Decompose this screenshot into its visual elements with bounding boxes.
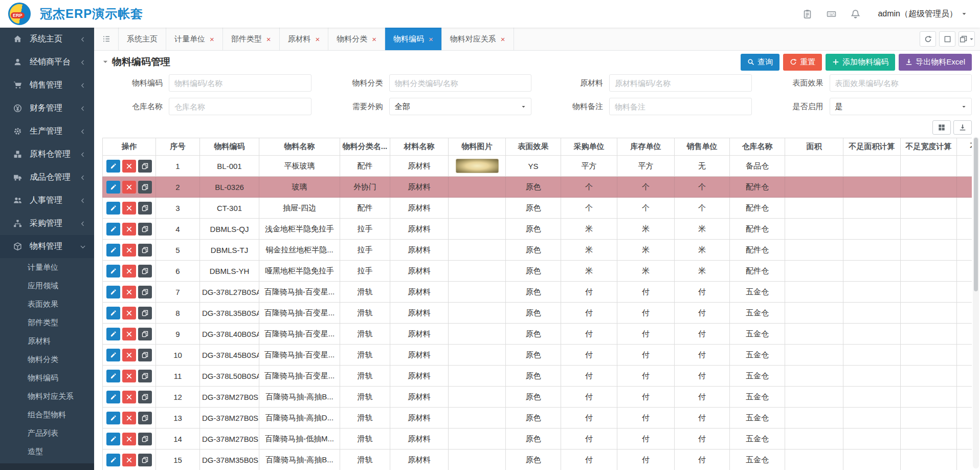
filter-input-0[interactable] bbox=[169, 74, 311, 92]
filter-input-4[interactable] bbox=[169, 98, 311, 115]
sidebar-item-4[interactable]: 生产管理 bbox=[0, 120, 94, 143]
delete-button[interactable] bbox=[122, 349, 136, 361]
filter-input-1[interactable] bbox=[389, 74, 532, 92]
copy-button[interactable] bbox=[138, 307, 152, 319]
copy-button[interactable] bbox=[138, 202, 152, 215]
query-button[interactable]: 查询 bbox=[741, 54, 779, 71]
sidebar-item-2[interactable]: 销售管理 bbox=[0, 74, 94, 97]
fullscreen-button[interactable] bbox=[939, 31, 955, 47]
tab-1[interactable]: 计量单位× bbox=[166, 28, 223, 50]
tab-list-button[interactable] bbox=[94, 28, 119, 50]
delete-button[interactable] bbox=[122, 160, 136, 173]
sidebar-item-6[interactable]: 成品仓管理 bbox=[0, 166, 94, 189]
edit-button[interactable] bbox=[106, 328, 120, 340]
delete-button[interactable] bbox=[122, 370, 136, 382]
filter-input-6[interactable] bbox=[609, 98, 752, 115]
sidebar-subitem-8[interactable]: 组合型物料 bbox=[0, 405, 94, 424]
sidebar-item-5[interactable]: 原料仓管理 bbox=[0, 143, 94, 166]
edit-button[interactable] bbox=[106, 286, 120, 298]
delete-button[interactable] bbox=[122, 412, 136, 424]
tab-6[interactable]: 物料对应关系× bbox=[442, 28, 514, 50]
copy-button[interactable] bbox=[138, 286, 152, 298]
copy-button[interactable] bbox=[138, 433, 152, 445]
sidebar-item-9[interactable]: 物料管理 bbox=[0, 235, 94, 258]
copy-button[interactable] bbox=[138, 181, 152, 194]
edit-button[interactable] bbox=[106, 391, 120, 403]
copy-button[interactable] bbox=[138, 370, 152, 382]
close-icon[interactable]: × bbox=[210, 35, 214, 43]
close-icon[interactable]: × bbox=[316, 35, 320, 43]
delete-button[interactable] bbox=[122, 454, 136, 466]
edit-button[interactable] bbox=[106, 181, 120, 194]
sidebar-subitem-0[interactable]: 计量单位 bbox=[0, 258, 94, 276]
filter-select-7[interactable]: 是 bbox=[830, 98, 972, 115]
delete-button[interactable] bbox=[122, 202, 136, 215]
edit-button[interactable] bbox=[106, 349, 120, 361]
delete-button[interactable] bbox=[122, 307, 136, 319]
export-excel-button[interactable]: 导出物料Excel bbox=[899, 54, 972, 71]
sidebar-subitem-10[interactable]: 造型 bbox=[0, 442, 94, 461]
edit-button[interactable] bbox=[106, 307, 120, 319]
user-menu[interactable]: admin（超级管理员） bbox=[878, 9, 967, 19]
filter-toggle-icon[interactable] bbox=[102, 59, 108, 65]
edit-button[interactable] bbox=[106, 412, 120, 424]
vertical-scrollbar[interactable] bbox=[973, 137, 979, 468]
delete-button[interactable] bbox=[122, 286, 136, 298]
filter-input-2[interactable] bbox=[609, 74, 752, 92]
columns-button[interactable] bbox=[932, 120, 951, 135]
tab-4[interactable]: 物料分类× bbox=[328, 28, 385, 50]
tab-0[interactable]: 系统主页 bbox=[119, 28, 166, 50]
sidebar-item-7[interactable]: 人事管理 bbox=[0, 189, 94, 212]
close-icon[interactable]: × bbox=[266, 35, 271, 43]
close-icon[interactable]: × bbox=[501, 35, 505, 43]
sidebar-item-8[interactable]: 采购管理 bbox=[0, 212, 94, 235]
scrollbar-thumb[interactable] bbox=[974, 138, 978, 291]
sidebar-item-0[interactable]: 系统主页 bbox=[0, 28, 94, 51]
copy-button[interactable] bbox=[138, 160, 152, 173]
copy-button[interactable] bbox=[138, 349, 152, 361]
copy-button[interactable] bbox=[138, 328, 152, 340]
sidebar-subitem-1[interactable]: 应用领域 bbox=[0, 276, 94, 295]
tab-5[interactable]: 物料编码× bbox=[385, 28, 442, 50]
delete-button[interactable] bbox=[122, 181, 136, 194]
filter-input-3[interactable] bbox=[830, 74, 972, 92]
sidebar-subitem-7[interactable]: 物料对应关系 bbox=[0, 387, 94, 405]
reset-button[interactable]: 重置 bbox=[783, 54, 822, 71]
edit-button[interactable] bbox=[106, 454, 120, 466]
copy-button[interactable] bbox=[138, 412, 152, 424]
copy-button[interactable] bbox=[138, 265, 152, 277]
export-grid-button[interactable] bbox=[953, 120, 972, 135]
bell-icon[interactable] bbox=[851, 9, 860, 19]
edit-button[interactable] bbox=[106, 433, 120, 445]
edit-button[interactable] bbox=[106, 202, 120, 215]
delete-button[interactable] bbox=[122, 328, 136, 340]
sidebar-subitem-4[interactable]: 原材料 bbox=[0, 332, 94, 350]
clipboard-icon[interactable] bbox=[803, 9, 812, 19]
delete-button[interactable] bbox=[122, 433, 136, 445]
edit-button[interactable] bbox=[106, 223, 120, 236]
delete-button[interactable] bbox=[122, 265, 136, 277]
close-icon[interactable]: × bbox=[372, 35, 376, 43]
delete-button[interactable] bbox=[122, 223, 136, 236]
tab-operations-button[interactable] bbox=[959, 31, 975, 47]
copy-button[interactable] bbox=[138, 454, 152, 466]
add-material-button[interactable]: 添加物料编码 bbox=[826, 54, 895, 71]
edit-button[interactable] bbox=[106, 160, 120, 173]
sidebar-subitem-6[interactable]: 物料编码 bbox=[0, 369, 94, 387]
sidebar-item-3[interactable]: 财务管理 bbox=[0, 97, 94, 120]
edit-button[interactable] bbox=[106, 265, 120, 277]
refresh-tab-button[interactable] bbox=[920, 31, 936, 47]
sidebar-subitem-5[interactable]: 物料分类 bbox=[0, 350, 94, 369]
keyboard-icon[interactable] bbox=[827, 9, 836, 19]
filter-select-5[interactable]: 全部 bbox=[389, 98, 532, 115]
tab-3[interactable]: 原材料× bbox=[280, 28, 329, 50]
sidebar-subitem-3[interactable]: 部件类型 bbox=[0, 313, 94, 332]
copy-button[interactable] bbox=[138, 244, 152, 257]
tab-2[interactable]: 部件类型× bbox=[223, 28, 280, 50]
copy-button[interactable] bbox=[138, 223, 152, 236]
sidebar-subitem-2[interactable]: 表面效果 bbox=[0, 295, 94, 313]
sidebar-item-1[interactable]: 经销商平台 bbox=[0, 51, 94, 74]
delete-button[interactable] bbox=[122, 391, 136, 403]
copy-button[interactable] bbox=[138, 391, 152, 403]
close-icon[interactable]: × bbox=[429, 35, 433, 43]
